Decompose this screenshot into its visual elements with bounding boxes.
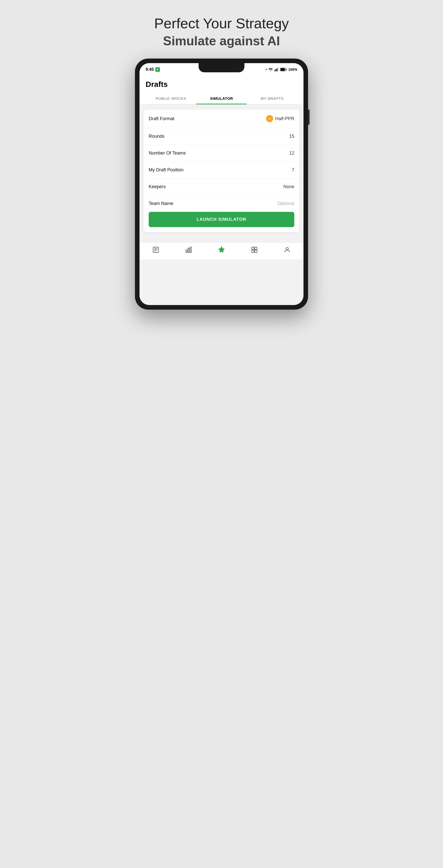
team-name-value: Optional: [277, 201, 294, 206]
rounds-label: Rounds: [149, 134, 164, 139]
drafts-icon: [218, 246, 225, 253]
launch-simulator-button[interactable]: LAUNCH SIMULATOR: [149, 212, 294, 227]
svg-rect-6: [286, 69, 287, 70]
app-content: Drafts PUBLIC MOCKS SIMULATOR MY DRAFTS: [139, 76, 304, 305]
svg-rect-1: [276, 69, 277, 71]
subheadline: Simulate against AI: [163, 34, 280, 49]
tab-my-drafts[interactable]: MY DRAFTS: [247, 93, 297, 104]
rounds-value: 15: [289, 134, 294, 139]
svg-rect-2: [277, 68, 278, 71]
dot-indicator: •: [265, 67, 267, 71]
side-button: [308, 110, 310, 125]
phone-screen: 9:45 P •: [139, 63, 304, 305]
bottom-nav: [139, 242, 304, 259]
svg-rect-16: [255, 247, 257, 250]
nav-item-rankings[interactable]: [185, 246, 192, 253]
app-title: Drafts: [146, 80, 297, 89]
num-teams-value: 12: [289, 151, 294, 156]
svg-rect-3: [278, 68, 279, 71]
app-icon-small: P: [155, 67, 160, 72]
tab-simulator[interactable]: SIMULATOR: [196, 93, 247, 104]
setting-team-name[interactable]: Team Name Optional: [144, 195, 299, 212]
tab-public-mocks[interactable]: PUBLIC MOCKS: [146, 93, 196, 104]
status-left: 9:45 P: [146, 67, 160, 72]
status-time: 9:45: [146, 67, 154, 72]
svg-point-19: [286, 247, 288, 250]
headline: Perfect Your Strategy: [154, 15, 289, 32]
news-icon: [152, 246, 159, 253]
nav-item-drafts[interactable]: [218, 246, 225, 253]
setting-number-of-teams[interactable]: Number Of Teams 12: [144, 145, 299, 162]
signal-icon: [275, 68, 279, 71]
battery-pct: 100%: [288, 67, 297, 71]
setting-rounds[interactable]: Rounds 15: [144, 128, 299, 145]
svg-rect-17: [252, 250, 254, 253]
draft-format-value: ½ Half-PPR: [266, 115, 294, 122]
nav-item-news[interactable]: [152, 246, 159, 253]
nav-item-profile[interactable]: [284, 246, 291, 253]
draft-format-label: Draft Format: [149, 116, 175, 121]
phone-frame: 9:45 P •: [135, 59, 308, 310]
num-teams-label: Number Of Teams: [149, 151, 186, 156]
notch: [198, 63, 245, 72]
svg-marker-14: [188, 247, 189, 247]
app-header: Drafts PUBLIC MOCKS SIMULATOR MY DRAFTS: [139, 76, 304, 104]
half-ppr-badge: ½: [266, 115, 273, 122]
rankings-icon: [185, 246, 192, 253]
svg-rect-5: [281, 68, 285, 71]
battery-icon: [280, 68, 287, 71]
page-wrapper: Perfect Your Strategy Simulate against A…: [111, 5, 332, 325]
svg-rect-12: [188, 249, 189, 253]
nav-item-tools[interactable]: [251, 246, 258, 253]
profile-icon: [284, 246, 291, 253]
svg-rect-0: [275, 70, 275, 71]
tabs-bar: PUBLIC MOCKS SIMULATOR MY DRAFTS: [146, 93, 297, 104]
status-bar: 9:45 P •: [139, 63, 304, 76]
keepers-label: Keepers: [149, 184, 166, 189]
tools-icon: [251, 246, 258, 253]
setting-draft-format[interactable]: Draft Format ½ Half-PPR: [144, 110, 299, 128]
svg-rect-15: [252, 247, 254, 250]
draft-position-label: My Draft Position: [149, 167, 184, 173]
draft-position-value: 7: [292, 167, 294, 173]
svg-rect-18: [255, 250, 257, 253]
setting-keepers[interactable]: Keepers None: [144, 179, 299, 195]
svg-rect-11: [186, 250, 187, 253]
status-right: •: [265, 67, 297, 71]
keepers-value: None: [283, 184, 294, 189]
settings-card: Draft Format ½ Half-PPR Rounds 15 Number…: [144, 110, 299, 232]
setting-draft-position[interactable]: My Draft Position 7: [144, 162, 299, 179]
svg-rect-13: [190, 247, 191, 253]
team-name-label: Team Name: [149, 201, 173, 206]
wifi-icon: [268, 68, 273, 71]
